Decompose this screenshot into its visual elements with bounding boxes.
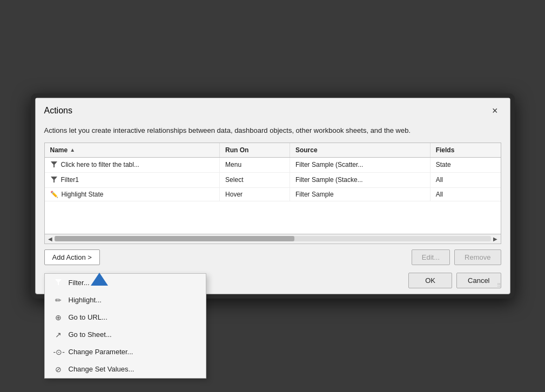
svg-marker-0 xyxy=(51,161,57,167)
menu-item-sheet[interactable]: ↗ Go to Sheet... xyxy=(45,326,206,343)
row3-source: Filter Sample xyxy=(290,188,430,201)
row2-runon: Select xyxy=(220,173,290,187)
svg-marker-2 xyxy=(55,279,62,285)
row3-name: ✏️ Highlight State xyxy=(45,188,220,201)
scrollbar-thumb[interactable] xyxy=(55,236,294,241)
dialog-shadow: Actions × Actions let you create interac… xyxy=(31,93,515,299)
horizontal-scrollbar[interactable]: ◀ ▶ xyxy=(44,234,501,244)
col-source: Source xyxy=(290,143,430,157)
row1-runon: Menu xyxy=(220,158,290,172)
table-row[interactable]: Filter1 Select Filter Sample (Stacke... … xyxy=(45,173,501,188)
ok-button[interactable]: OK xyxy=(408,273,452,288)
sort-icon: ▲ xyxy=(70,147,75,153)
add-action-button[interactable]: Add Action > xyxy=(44,249,100,265)
filter-icon xyxy=(50,160,58,170)
col-name: Name ▲ xyxy=(45,143,220,157)
title-bar: Actions × xyxy=(36,98,510,121)
highlight-icon: ✏️ xyxy=(50,191,58,198)
col-runon: Run On xyxy=(220,143,290,157)
cancel-button[interactable]: Cancel xyxy=(456,273,501,288)
actions-dialog: Actions × Actions let you create interac… xyxy=(35,98,510,294)
table-row[interactable]: Click here to filter the tabl... Menu Fi… xyxy=(45,158,501,173)
menu-item-highlight[interactable]: ✏ Highlight... xyxy=(45,292,206,309)
actions-table: Name ▲ Run On Source Fields xyxy=(44,143,501,234)
scroll-left-btn[interactable]: ◀ xyxy=(46,236,55,242)
highlight-menu-icon: ✏ xyxy=(53,296,63,305)
filter-icon xyxy=(50,175,58,185)
col-fields: Fields xyxy=(430,143,501,157)
svg-marker-1 xyxy=(51,177,57,183)
menu-item-filter[interactable]: Filter... xyxy=(45,274,206,292)
table-row[interactable]: ✏️ Highlight State Hover Filter Sample A… xyxy=(45,188,501,201)
row1-fields: State xyxy=(430,158,501,172)
row2-name: Filter1 xyxy=(45,173,220,187)
dropdown-arrow xyxy=(91,273,108,286)
empty-table-space xyxy=(45,201,501,234)
menu-item-url[interactable]: ⊕ Go to URL... xyxy=(45,309,206,326)
scroll-right-btn[interactable]: ▶ xyxy=(491,236,500,242)
set-menu-icon: ⊘ xyxy=(53,365,63,374)
parameter-menu-icon: -⊙- xyxy=(53,348,63,356)
dialog-title: Actions xyxy=(44,106,72,116)
remove-button[interactable]: Remove xyxy=(454,249,501,265)
row2-source: Filter Sample (Stacke... xyxy=(290,173,430,187)
row1-source: Filter Sample (Scatter... xyxy=(290,158,430,172)
resize-handle[interactable]: ⠿ xyxy=(497,282,501,288)
edit-button[interactable]: Edit... xyxy=(412,249,450,265)
menu-item-parameter[interactable]: -⊙- Change Parameter... xyxy=(45,343,206,361)
close-button[interactable]: × xyxy=(489,105,501,117)
filter-menu-icon xyxy=(53,278,63,287)
table-header: Name ▲ Run On Source Fields xyxy=(45,143,501,158)
add-action-container: Add Action > Filter... xyxy=(44,249,100,265)
dropdown-menu: Filter... ✏ Highlight... ⊕ Go to URL... … xyxy=(44,273,206,379)
menu-item-set[interactable]: ⊘ Change Set Values... xyxy=(45,361,206,378)
row3-runon: Hover xyxy=(220,188,290,201)
row1-name: Click here to filter the tabl... xyxy=(45,158,220,172)
actions-toolbar: Add Action > Filter... xyxy=(36,244,510,271)
scrollbar-track[interactable] xyxy=(55,236,491,241)
row3-fields: All xyxy=(430,188,501,201)
row2-fields: All xyxy=(430,173,501,187)
description-text: Actions let you create interactive relat… xyxy=(36,121,510,143)
url-menu-icon: ⊕ xyxy=(53,313,63,322)
sheet-menu-icon: ↗ xyxy=(53,330,63,339)
